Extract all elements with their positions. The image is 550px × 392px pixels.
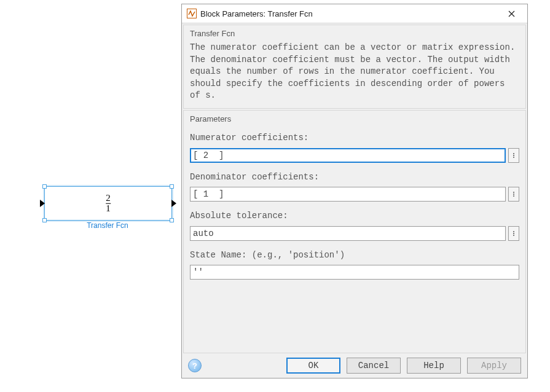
numerator-input[interactable]: [190, 148, 506, 163]
parameters-legend: Parameters: [190, 114, 519, 123]
abstol-more-button[interactable]: [508, 226, 519, 241]
simulink-icon: [187, 9, 197, 18]
statename-field: State Name: (e.g., 'position'): [190, 249, 519, 280]
block-numerator: 2: [106, 194, 111, 203]
apply-button[interactable]: Apply: [467, 358, 521, 374]
block-parameters-dialog: Block Parameters: Transfer Fcn Transfer …: [181, 4, 528, 378]
statename-label: State Name: (e.g., 'position'): [190, 249, 519, 262]
block-label[interactable]: Transfer Fcn: [44, 221, 171, 230]
block-denominator: 1: [106, 203, 111, 214]
denominator-input[interactable]: [190, 187, 506, 202]
denominator-label: Denominator coefficients:: [190, 171, 519, 184]
resize-handle[interactable]: [42, 184, 47, 189]
block-expression: 2 1: [106, 194, 111, 214]
cancel-button[interactable]: Cancel: [347, 358, 401, 374]
dialog-titlebar[interactable]: Block Parameters: Transfer Fcn: [182, 4, 527, 23]
ok-button[interactable]: OK: [286, 358, 340, 374]
description-legend: Transfer Fcn: [190, 29, 519, 38]
description-text: The numerator coefficient can be a vecto…: [190, 42, 519, 102]
transfer-fcn-block[interactable]: 2 1: [44, 186, 172, 221]
numerator-more-button[interactable]: [508, 148, 519, 163]
help-button[interactable]: Help: [407, 358, 461, 374]
close-icon: [508, 10, 515, 17]
simulink-canvas: 2 1 Transfer Fcn: [0, 0, 184, 392]
resize-handle[interactable]: [170, 184, 174, 189]
parameters-group: Parameters Numerator coefficients: Denom…: [183, 110, 526, 353]
numerator-field: Numerator coefficients:: [190, 132, 519, 163]
block-output-port[interactable]: [171, 200, 176, 207]
numerator-label: Numerator coefficients:: [190, 132, 519, 144]
denominator-more-button[interactable]: [508, 187, 519, 202]
abstol-input[interactable]: [190, 226, 506, 241]
description-group: Transfer Fcn The numerator coefficient c…: [183, 25, 526, 109]
dialog-title: Block Parameters: Transfer Fcn: [200, 9, 495, 18]
dialog-button-bar: ? OK Cancel Help Apply: [182, 353, 527, 378]
help-icon[interactable]: ?: [188, 359, 202, 372]
abstol-field: Absolute tolerance:: [190, 210, 519, 241]
denominator-field: Denominator coefficients:: [190, 171, 519, 202]
abstol-label: Absolute tolerance:: [190, 210, 519, 222]
statename-input[interactable]: [190, 265, 519, 280]
block-input-port[interactable]: [40, 200, 45, 207]
close-button[interactable]: [499, 4, 524, 23]
